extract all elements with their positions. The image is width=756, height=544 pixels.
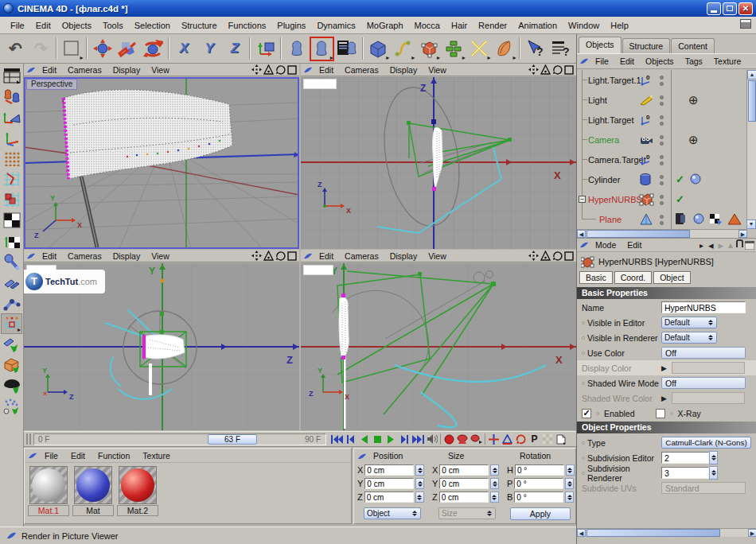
spinner[interactable]: [566, 464, 575, 476]
subdivide-uvs-dropdown[interactable]: Standard: [661, 482, 746, 494]
shaded-wire-mode-dropdown[interactable]: Off: [661, 377, 746, 389]
coordinate-system-icon[interactable]: [253, 37, 278, 61]
layer-dot[interactable]: [660, 82, 664, 86]
object-list-hscrollbar[interactable]: ◀ ▶: [577, 229, 747, 238]
target-tag[interactable]: ⊕: [688, 93, 702, 107]
texture-mode-icon[interactable]: [1, 210, 22, 231]
material-item[interactable]: Mat.1: [28, 466, 69, 516]
viewport-menu-edit[interactable]: Edit: [314, 65, 338, 75]
points-mode-icon[interactable]: [1, 148, 22, 169]
tab-structure[interactable]: Structure: [622, 38, 671, 53]
menu-tools[interactable]: Tools: [97, 19, 129, 32]
viewport-menu-cameras[interactable]: Cameras: [340, 251, 384, 261]
previous-frame-icon[interactable]: [344, 433, 357, 445]
position-x-field[interactable]: [364, 464, 414, 476]
animation-mode-icon[interactable]: [1, 251, 22, 272]
pan-icon[interactable]: [251, 251, 262, 261]
type-dropdown[interactable]: Catmull-Clark (N-Gons): [661, 437, 751, 449]
move-icon[interactable]: [90, 37, 115, 61]
object-row-camera[interactable]: Camera ⊕: [577, 130, 747, 150]
stop-icon[interactable]: [371, 433, 384, 445]
layer-dot[interactable]: [660, 142, 664, 146]
lock-z-icon[interactable]: Z: [223, 37, 247, 61]
viewport-menu-view[interactable]: View: [423, 251, 451, 261]
window-layout-icon[interactable]: [740, 19, 751, 29]
scroll-thumb[interactable]: [748, 80, 756, 122]
toggle-view-icon[interactable]: [564, 251, 574, 261]
material-thumbnail[interactable]: [119, 466, 157, 504]
viewport-front-canvas[interactable]: YXZ X Y: [301, 263, 576, 430]
tab-basic[interactable]: Basic: [579, 271, 613, 284]
tab-objects[interactable]: Objects: [579, 37, 622, 53]
render-active-objects-icon[interactable]: ▸: [310, 37, 334, 61]
spinner[interactable]: [415, 492, 424, 503]
menu-window[interactable]: Window: [563, 19, 605, 32]
timeline-track[interactable]: 0 F 90 F 63 F: [33, 433, 326, 445]
object-row-light-target-1[interactable]: Light.Target.1 0: [577, 70, 747, 90]
live-selection-icon[interactable]: ▸: [60, 37, 84, 61]
target-tag[interactable]: ⊕: [688, 133, 702, 146]
xray-checkbox[interactable]: [656, 409, 665, 418]
menu-plugins[interactable]: Plugins: [271, 19, 311, 32]
layout-icon[interactable]: [1, 65, 22, 86]
texture-axis-mode-icon[interactable]: [1, 231, 22, 251]
lock-x-icon[interactable]: X: [172, 37, 197, 61]
expand-arrow-icon[interactable]: ▸: [698, 241, 705, 250]
add-spline-icon[interactable]: ▸: [391, 37, 415, 61]
material-name[interactable]: Mat.1: [28, 505, 69, 516]
name-field[interactable]: [661, 301, 746, 313]
redo-icon[interactable]: ↷: [29, 37, 53, 61]
record-rotation-icon[interactable]: [514, 433, 528, 445]
size-y-field[interactable]: [439, 478, 489, 489]
lock-y-icon[interactable]: Y: [197, 37, 222, 61]
material-item[interactable]: Mat.2: [117, 466, 158, 516]
material-menu-edit[interactable]: Edit: [65, 451, 91, 460]
om-menu-file[interactable]: File: [590, 56, 614, 66]
spinner[interactable]: [490, 478, 499, 489]
rotation-h-field[interactable]: [515, 464, 564, 476]
help-context-icon[interactable]: ?: [548, 37, 573, 61]
material-menu-function[interactable]: Function: [92, 451, 135, 460]
am-menu-edit[interactable]: Edit: [622, 240, 646, 250]
scroll-right-icon[interactable]: ▶: [738, 230, 747, 238]
play-backwards-icon[interactable]: [357, 433, 371, 445]
object-row-light[interactable]: Light ⊕: [577, 90, 747, 110]
viewport-menu-cameras[interactable]: Cameras: [340, 65, 384, 75]
layer-dot[interactable]: [660, 181, 664, 185]
enabled-checkbox[interactable]: ✓: [582, 409, 591, 418]
rotate-view-icon[interactable]: [275, 251, 286, 261]
layer-dot[interactable]: [660, 95, 664, 99]
title-bar[interactable]: CINEMA 4D - [флаг.c4d *] ✕: [0, 0, 756, 17]
menu-edit[interactable]: Edit: [30, 19, 57, 32]
render-view-icon[interactable]: [284, 37, 309, 61]
layer-dot[interactable]: [660, 175, 664, 179]
expand-right-icon[interactable]: ▶: [661, 394, 667, 402]
record-pla-icon[interactable]: [541, 433, 555, 445]
menu-mocca[interactable]: Mocca: [409, 19, 446, 32]
joint-tool-icon[interactable]: [1, 293, 22, 313]
rotation-b-field[interactable]: [514, 492, 563, 503]
visible-editor-dropdown[interactable]: Default: [661, 317, 717, 328]
menu-functions[interactable]: Functions: [223, 19, 272, 32]
enabled-check-icon[interactable]: ✓: [676, 193, 684, 205]
viewport-menu-cameras[interactable]: Cameras: [63, 251, 107, 261]
spinner[interactable]: [565, 478, 574, 489]
history-forward-icon[interactable]: ▸: [716, 239, 725, 251]
add-deformer-icon[interactable]: ▸: [493, 37, 517, 61]
zoom-icon[interactable]: [263, 251, 274, 261]
record-position-icon[interactable]: [487, 433, 501, 445]
object-row-light-target[interactable]: Light.Target 0: [577, 110, 747, 130]
rotate-view-icon[interactable]: [552, 64, 563, 75]
layer-dot[interactable]: [660, 122, 664, 126]
timeline-current-handle[interactable]: 63 F: [208, 434, 257, 445]
enable-quantize-icon[interactable]: [1, 375, 22, 396]
record-icon[interactable]: [442, 433, 456, 445]
layer-dot[interactable]: [660, 201, 664, 205]
viewport-menu-display[interactable]: Display: [385, 65, 422, 75]
record-scale-icon[interactable]: [501, 433, 514, 445]
spinner[interactable]: [490, 464, 499, 476]
spinner[interactable]: [415, 478, 424, 489]
attribute-hscrollbar[interactable]: ◀ ▶: [577, 528, 756, 537]
om-menu-objects[interactable]: Objects: [641, 56, 679, 66]
zoom-icon[interactable]: [263, 64, 274, 75]
